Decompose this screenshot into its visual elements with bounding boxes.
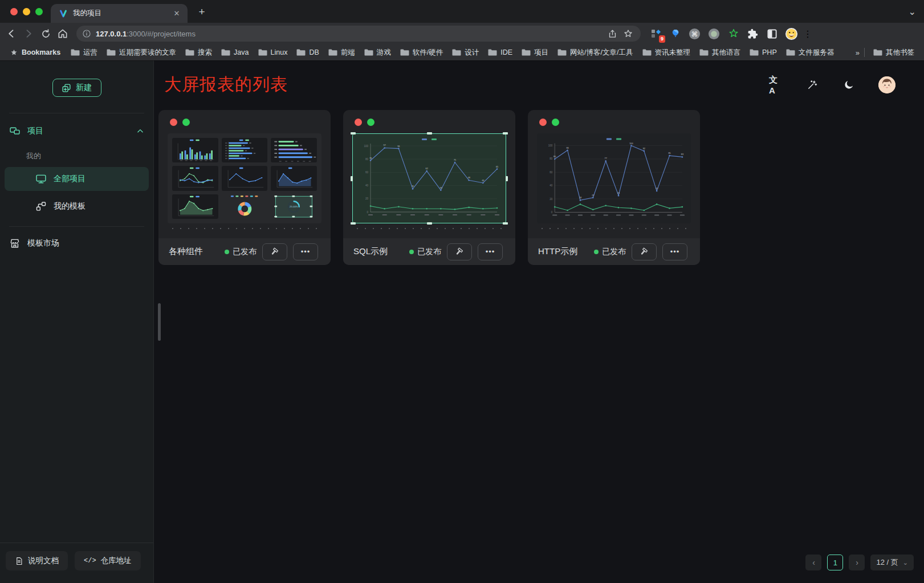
bookmark-folder[interactable]: 近期需要读的文章: [103, 47, 180, 59]
monitor-icon: [35, 173, 47, 185]
bookmark-folder[interactable]: 游戏: [360, 47, 395, 59]
bookmark-folder[interactable]: Linux: [254, 47, 292, 58]
translate-icon[interactable]: 文A: [769, 78, 783, 92]
bookmarks-root[interactable]: Bookmarks: [6, 47, 64, 58]
reload-icon[interactable]: [38, 26, 54, 42]
bookmarks-overflow-icon[interactable]: »: [856, 48, 860, 57]
more-options-button[interactable]: •••: [478, 243, 503, 260]
sidebar-item-template-market[interactable]: 模板市场: [0, 231, 153, 255]
sidebar-section-project[interactable]: 项目: [0, 119, 153, 143]
docs-label: 说明文档: [28, 556, 59, 566]
browser-menu-icon[interactable]: ⋮: [804, 27, 812, 41]
scrollbar-thumb[interactable]: [158, 303, 161, 341]
red-dot: [170, 119, 177, 126]
green-star-extension-icon[interactable]: [726, 27, 740, 41]
other-bookmarks[interactable]: 其他书签: [869, 47, 918, 59]
svg-text:44: 44: [482, 180, 484, 182]
zoom-window-button[interactable]: [35, 8, 43, 15]
chevron-up-icon[interactable]: [136, 127, 144, 135]
svg-text:83: 83: [681, 153, 683, 156]
next-page-button[interactable]: ›: [849, 555, 865, 570]
svg-text:80: 80: [365, 158, 369, 161]
bookmark-folder[interactable]: 运营: [67, 47, 101, 59]
card-preview[interactable]: 25.00%: [168, 133, 321, 223]
forward-icon[interactable]: [21, 26, 36, 42]
favicon: [59, 9, 68, 18]
bookmark-folder[interactable]: 资讯未整理: [638, 47, 695, 59]
bookmark-folder[interactable]: PHP: [746, 47, 781, 58]
prev-page-button[interactable]: ‹: [805, 555, 821, 570]
edit-hammer-button[interactable]: [447, 243, 472, 260]
bookmark-folder[interactable]: IDE: [484, 47, 516, 58]
bookmark-folder[interactable]: 项目: [518, 47, 552, 59]
cmd-extension-icon[interactable]: ⌘: [687, 27, 702, 41]
address-bar[interactable]: 127.0.0.1:3000/#/project/items: [76, 26, 641, 42]
utools-extension-icon[interactable]: 9: [649, 27, 663, 41]
sidebar-divider: [9, 113, 144, 113]
svg-text:75: 75: [454, 159, 456, 161]
dark-mode-moon-icon[interactable]: [842, 78, 856, 92]
card-preview[interactable]: 02040608010080931822772510092328583: [537, 133, 691, 223]
bookmark-folder[interactable]: Java: [217, 47, 253, 58]
selection-handle: [503, 222, 508, 225]
svg-text:40: 40: [549, 184, 553, 187]
user-avatar[interactable]: [878, 76, 895, 93]
tab-close-icon[interactable]: ✕: [172, 9, 182, 19]
project-name: SQL示例: [353, 246, 404, 257]
bookmarks-separator: [864, 48, 865, 57]
home-icon[interactable]: [55, 26, 71, 42]
minimize-window-button[interactable]: [23, 8, 30, 15]
current-page-button[interactable]: 1: [827, 555, 843, 570]
page-size-select[interactable]: 12 / 页 ⌄: [870, 555, 914, 570]
edit-hammer-button[interactable]: [632, 243, 657, 260]
sidebar-item-my-templates[interactable]: 我的模板: [5, 194, 149, 218]
bookmark-folders: 运营 近期需要读的文章 搜索 Java Linux DB 前端 游戏 软件/硬件…: [67, 47, 853, 59]
bookmark-folder[interactable]: DB: [292, 47, 323, 58]
bookmark-folder[interactable]: 前端: [324, 47, 359, 59]
bookmark-folder[interactable]: 网站/博客/文章/工具: [553, 47, 637, 59]
svg-text:25.00%: 25.00%: [290, 205, 298, 208]
new-tab-button[interactable]: +: [194, 5, 209, 19]
green-dot: [367, 119, 375, 126]
more-options-button[interactable]: •••: [293, 243, 318, 260]
bookmark-folder[interactable]: 设计: [448, 47, 483, 59]
magic-wand-icon[interactable]: [805, 78, 819, 92]
status-dot: [409, 250, 414, 254]
site-info-icon[interactable]: [82, 29, 91, 38]
split-screen-extension-icon[interactable]: [765, 27, 779, 41]
bookmark-folder[interactable]: 软件/硬件: [396, 47, 447, 59]
new-project-button[interactable]: 新建: [52, 79, 101, 97]
more-options-button[interactable]: •••: [662, 243, 687, 260]
svg-text:93: 93: [566, 147, 568, 149]
card-footer: SQL示例 已发布 •••: [343, 238, 515, 265]
svg-text:⌘: ⌘: [691, 30, 698, 37]
recorder-extension-icon[interactable]: [707, 27, 721, 41]
browser-tab[interactable]: 我的项目 ✕: [51, 4, 188, 23]
close-window-button[interactable]: [10, 8, 18, 15]
status-badge: 已发布: [409, 247, 441, 257]
extensions-puzzle-icon[interactable]: [746, 27, 760, 41]
svg-text:0: 0: [367, 211, 368, 214]
share-icon[interactable]: [604, 26, 620, 42]
card-window-dots: [343, 110, 515, 126]
green-dot: [182, 119, 190, 126]
sidebar-item-all-projects[interactable]: 全部项目: [5, 167, 149, 191]
back-icon[interactable]: [3, 26, 19, 42]
profile-avatar-icon[interactable]: [784, 27, 799, 41]
bookmark-star-icon[interactable]: [620, 26, 636, 42]
svg-text:18: 18: [579, 197, 581, 199]
card-preview-selected[interactable]: 02040608010078979635623375484465: [352, 133, 506, 223]
new-project-label: 新建: [76, 83, 92, 93]
bookmark-folder[interactable]: 搜索: [181, 47, 216, 59]
sidebar: 新建 项目 我的 全部项目 我的模板: [0, 60, 154, 583]
bookmark-folder[interactable]: 文件服务器: [782, 47, 838, 59]
balloon-extension-icon[interactable]: [668, 27, 682, 41]
edit-hammer-button[interactable]: [262, 243, 287, 260]
tab-search-icon[interactable]: ⌄: [909, 6, 916, 17]
docs-button[interactable]: 说明文档: [6, 551, 68, 570]
repo-button[interactable]: </> 仓库地址: [75, 551, 141, 570]
bookmark-folder[interactable]: 其他语言: [695, 47, 744, 59]
project-card[interactable]: 02040608010080931822772510092328583 HTTP…: [528, 110, 700, 265]
project-card[interactable]: 02040608010078979635623375484465 SQL示例 已…: [343, 110, 515, 265]
project-card[interactable]: 25.00% 各种组件 已发布 •••: [158, 110, 331, 265]
